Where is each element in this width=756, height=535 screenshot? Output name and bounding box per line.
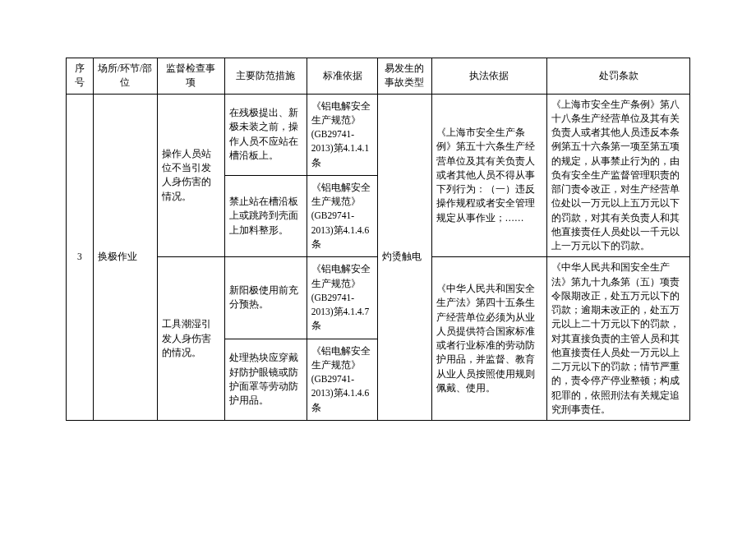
col-basis-header: 标准依据 <box>307 58 378 95</box>
col-accident-header: 易发生的事故类型 <box>378 58 431 95</box>
table-header-row: 序号 场所/环节/部位 监督检查事项 主要防范措施 标准依据 易发生的事故类型 … <box>67 58 690 95</box>
cell-basis-2: 《铝电解安全生产规范》(GB29741-2013)第4.1.4.6条 <box>307 175 378 256</box>
regulation-table: 序号 场所/环节/部位 监督检查事项 主要防范措施 标准依据 易发生的事故类型 … <box>66 58 690 421</box>
cell-penalty-1: 《上海市安全生产条例》第八十八条生产经营单位及其有关负责人或者其他人员违反本条例… <box>547 94 690 257</box>
cell-law-1: 《上海市安全生产条例》第五十六条生产经营单位及其有关负责人或者其他人员不得从事下… <box>431 94 547 257</box>
cell-measure-3: 新阳极使用前充分预热。 <box>224 257 307 339</box>
col-seq-header: 序号 <box>67 58 94 95</box>
col-place-header: 场所/环节/部位 <box>93 58 157 95</box>
cell-measure-2: 禁止站在槽沿板上或跳跨到壳面上加料整形。 <box>224 175 307 256</box>
cell-place: 换极作业 <box>93 94 157 421</box>
cell-measure-4: 处理热块应穿戴好防护眼镜或防护面罩等劳动防护用品。 <box>224 339 307 420</box>
col-measures-header: 主要防范措施 <box>224 58 307 95</box>
cell-penalty-2: 《中华人民共和国安全生产法》第九十九条第（五）项责令限期改正，处五万元以下的罚款… <box>547 257 690 421</box>
col-penalty-header: 处罚条款 <box>547 58 690 95</box>
cell-basis-4: 《铝电解安全生产规范》(GB29741-2013)第4.1.4.6条 <box>307 339 378 420</box>
col-check-header: 监督检查事项 <box>157 58 224 95</box>
cell-measure-1: 在残极提出、新极未装之前，操作人员不应站在槽沿板上。 <box>224 94 307 175</box>
cell-law-2: 《中华人民共和国安全生产法》第四十五条生产经营单位必须为从业人员提供符合国家标准… <box>431 257 547 421</box>
cell-check-improper: 操作人员站位不当引发人身伤害的情况。 <box>157 94 224 257</box>
cell-accident: 灼烫触电 <box>378 94 431 421</box>
col-law-header: 执法依据 <box>431 58 547 95</box>
cell-check-toolwet: 工具潮湿引发人身伤害的情况。 <box>157 257 224 421</box>
cell-basis-3: 《铝电解安全生产规范》(GB29741-2013)第4.1.4.7条 <box>307 257 378 339</box>
table-row: 3 换极作业 操作人员站位不当引发人身伤害的情况。 在残极提出、新极未装之前，操… <box>67 94 690 175</box>
cell-seq: 3 <box>67 94 94 421</box>
cell-basis-1: 《铝电解安全生产规范》(GB29741-2013)第4.1.4.1条 <box>307 94 378 175</box>
